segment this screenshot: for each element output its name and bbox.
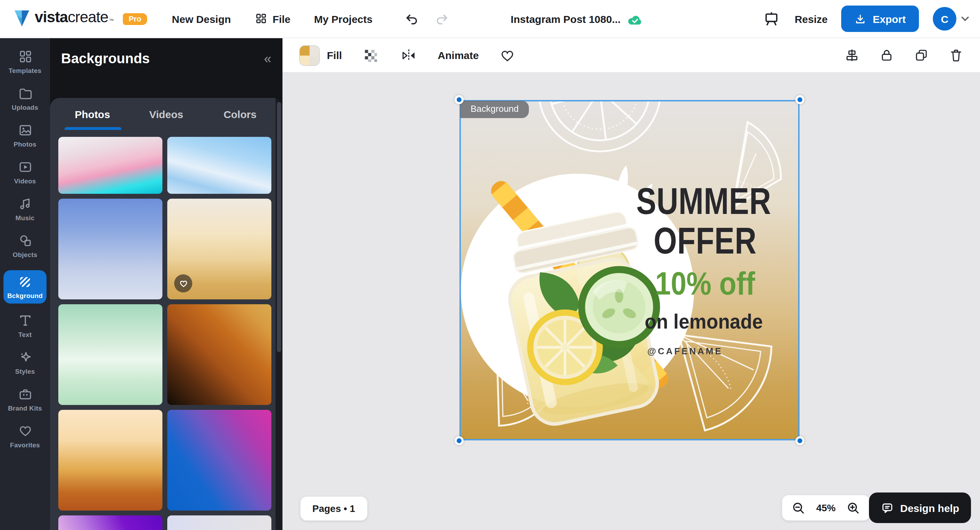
sidebar-item-text[interactable]: Text [3, 313, 46, 338]
objects-icon [18, 233, 32, 248]
zoom-out-icon [792, 501, 805, 514]
background-thumbnail[interactable] [167, 304, 271, 405]
panel-scrollbar-thumb[interactable] [277, 102, 281, 352]
document-title-area: Instagram Post 1080... [511, 0, 643, 38]
design-discount-text[interactable]: 10% off [655, 265, 755, 302]
flip-horizontal-icon [400, 48, 417, 63]
lock-button[interactable] [878, 46, 895, 64]
background-thumbnail[interactable] [167, 516, 271, 530]
canvas-viewport[interactable]: SUMMER OFFER 10% off on lemonade @CAFENA… [283, 73, 980, 530]
transparency-checkerboard-icon [363, 48, 378, 63]
tab-photos[interactable]: Photos [56, 98, 129, 130]
videos-icon [18, 160, 32, 174]
background-thumbnail[interactable] [58, 516, 162, 530]
undo-icon [404, 11, 419, 26]
flip-button[interactable] [399, 46, 418, 64]
resize-button[interactable]: Resize [795, 13, 828, 25]
position-button[interactable] [843, 46, 861, 64]
duplicate-button[interactable] [913, 46, 930, 64]
header-left: vistacreate™ Pro New Design File My Proj… [0, 10, 450, 28]
background-thumbnails-grid [50, 130, 283, 530]
resize-handle-top-left[interactable] [455, 95, 464, 104]
design-help-button[interactable]: Design help [869, 492, 971, 523]
delete-button[interactable] [947, 46, 965, 64]
canvas-toolbar: Fill [283, 38, 980, 73]
sidebar-item-brand-kits[interactable]: Brand Kits [3, 387, 46, 412]
app-window: vistacreate™ Pro New Design File My Proj… [0, 0, 980, 530]
text-icon [18, 313, 32, 328]
background-stripes-icon [18, 275, 32, 289]
left-sidebar: Templates Uploads Photos Videos Music Ob… [0, 38, 50, 530]
heart-outline-icon [500, 48, 515, 62]
avatar: C [933, 7, 956, 30]
background-thumbnail[interactable] [167, 410, 271, 511]
tab-colors[interactable]: Colors [203, 98, 277, 130]
present-easel-icon [764, 11, 780, 27]
zoom-in-button[interactable] [845, 500, 861, 516]
new-design-button[interactable]: New Design [172, 13, 231, 25]
tab-videos[interactable]: Videos [129, 98, 204, 130]
element-actions [843, 46, 969, 64]
vistacreate-logo-icon [14, 10, 30, 27]
animate-button[interactable]: Animate [438, 49, 479, 61]
present-button[interactable] [762, 10, 781, 28]
favorite-element-button[interactable] [498, 46, 516, 64]
sidebar-item-music[interactable]: Music [3, 196, 46, 222]
zoom-level: 45% [814, 502, 838, 513]
redo-button[interactable] [433, 10, 450, 27]
sidebar-item-photos[interactable]: Photos [3, 123, 46, 148]
document-title[interactable]: Instagram Post 1080... [511, 13, 621, 25]
templates-icon [18, 49, 32, 64]
heart-icon [179, 279, 188, 287]
background-thumbnail[interactable] [58, 304, 162, 405]
pro-badge: Pro [123, 13, 147, 25]
panel-tabs: Photos Videos Colors [50, 98, 283, 130]
file-menu-button[interactable]: File [255, 13, 290, 25]
my-projects-button[interactable]: My Projects [314, 13, 372, 25]
favorited-badge[interactable] [174, 275, 192, 292]
pages-button[interactable]: Pages • 1 [300, 496, 368, 521]
brand-kits-briefcase-icon [18, 387, 32, 401]
chat-bubble-icon [881, 501, 894, 514]
resize-handle-bottom-left[interactable] [455, 436, 464, 445]
fill-color-button[interactable]: Fill [299, 45, 342, 65]
background-thumbnail[interactable] [167, 137, 271, 194]
sidebar-item-videos[interactable]: Videos [3, 160, 46, 185]
design-artboard[interactable]: SUMMER OFFER 10% off on lemonade @CAFENA… [461, 101, 798, 439]
redo-icon [434, 11, 449, 26]
background-thumbnail[interactable] [167, 199, 271, 299]
sidebar-item-objects[interactable]: Objects [3, 233, 46, 259]
design-headline-1[interactable]: SUMMER [636, 179, 772, 222]
align-position-icon [845, 48, 859, 62]
account-menu[interactable]: C [933, 7, 969, 30]
undo-button[interactable] [403, 10, 420, 27]
vistacreate-logo[interactable]: vistacreate™ [14, 10, 113, 28]
selection-label: Background [460, 101, 529, 118]
cloud-synced-icon [627, 13, 643, 26]
design-headline-2[interactable]: OFFER [654, 219, 757, 262]
sidebar-item-favorites[interactable]: Favorites [3, 424, 46, 449]
sidebar-item-templates[interactable]: Templates [3, 49, 46, 74]
zoom-out-button[interactable] [791, 500, 807, 516]
background-thumbnail[interactable] [58, 199, 162, 299]
background-thumbnail[interactable] [58, 137, 162, 194]
fill-swatch [299, 45, 320, 65]
panel-header: Backgrounds « [50, 38, 283, 67]
resize-handle-top-right[interactable] [795, 95, 804, 104]
export-button[interactable]: Export [842, 6, 919, 32]
transparency-button[interactable] [361, 46, 379, 64]
design-clip: SUMMER OFFER 10% off on lemonade @CAFENA… [461, 101, 798, 439]
background-thumbnail[interactable] [58, 410, 162, 511]
resize-handle-bottom-right[interactable] [795, 436, 804, 445]
sidebar-item-uploads[interactable]: Uploads [3, 86, 46, 111]
design-product-text[interactable]: on lemonade [645, 310, 763, 334]
header-nav: New Design File My Projects [172, 13, 372, 25]
trash-icon [949, 48, 963, 62]
sidebar-item-background[interactable]: Bckground [3, 270, 46, 303]
sidebar-item-styles[interactable]: Styles [3, 350, 46, 375]
panel-content-box: Photos Videos Colors [50, 98, 283, 530]
design-cafe-handle[interactable]: @CAFENAME [647, 346, 723, 356]
collapse-panel-button[interactable]: « [261, 51, 273, 66]
history-controls [403, 10, 450, 27]
styles-sparkle-icon [18, 350, 32, 365]
